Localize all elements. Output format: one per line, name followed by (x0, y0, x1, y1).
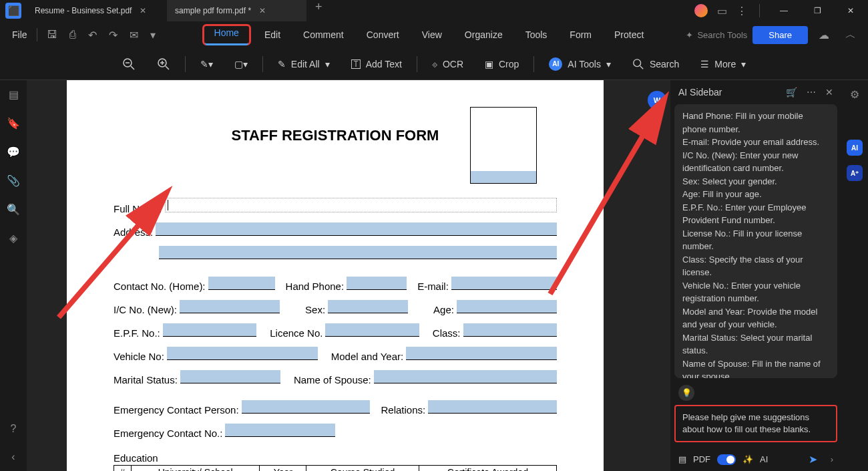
translate-icon[interactable]: A⁺ (847, 165, 863, 181)
label-sex: Sex: (305, 304, 325, 315)
redo-icon[interactable]: ↷ (103, 25, 123, 45)
age-field[interactable] (457, 300, 557, 313)
help-icon[interactable]: ? (11, 423, 17, 435)
new-tab-button[interactable]: + (307, 0, 331, 21)
file-menu[interactable]: File (7, 25, 33, 44)
hand-phone-field[interactable] (347, 277, 407, 290)
address-field-2[interactable] (159, 246, 557, 259)
chevron-up-icon[interactable]: ︿ (840, 24, 861, 46)
sex-field[interactable] (328, 300, 408, 313)
maximize-button[interactable]: ❐ (805, 0, 829, 21)
ai-tools-button[interactable]: AI AI Tools▾ (542, 53, 618, 75)
menu-tab-organize[interactable]: Organize (455, 24, 512, 45)
menu-tab-home[interactable]: Home (205, 22, 248, 45)
marital-field[interactable] (180, 370, 280, 383)
search-button[interactable]: Search (626, 54, 686, 74)
zoom-out-icon[interactable] (116, 53, 142, 75)
menu-tab-tools[interactable]: Tools (516, 24, 557, 45)
tab-resume[interactable]: Resume - Business Set.pdf ✕ (27, 0, 167, 21)
more-icon[interactable]: ⋯ (807, 87, 816, 98)
address-field-1[interactable] (156, 222, 557, 236)
relations-field[interactable] (428, 400, 557, 414)
edit-all-button[interactable]: ✎ Edit All▾ (271, 55, 337, 73)
mode-toggle[interactable] (717, 454, 736, 465)
search-tools[interactable]: ✦ Search Tools (686, 30, 747, 40)
model-year-field[interactable] (406, 347, 557, 360)
tabs: Resume - Business Set.pdf ✕ sample pdf f… (27, 0, 331, 21)
main: ▤ 🔖 💬 📎 🔍 ◈ ? ‹ STAFF REGISTRATION FORM … (0, 80, 868, 471)
bookmark-icon[interactable]: 🔖 (7, 117, 20, 130)
menu-tab-view[interactable]: View (413, 24, 451, 45)
photo-placeholder[interactable] (470, 107, 537, 184)
label-age: Age: (433, 304, 454, 315)
tab-sample-form[interactable]: sample pdf form.pdf * ✕ (167, 0, 307, 21)
close-icon[interactable]: ✕ (825, 87, 833, 98)
ocr-button[interactable]: ⟐ OCR (425, 55, 470, 73)
label-vehicle: Vehicle No: (114, 351, 164, 362)
chevron-left-icon[interactable]: ‹ (11, 451, 15, 463)
full-name-field[interactable] (165, 198, 557, 212)
menu-tab-form[interactable]: Form (560, 24, 601, 45)
vehicle-field[interactable] (167, 347, 318, 360)
close-icon[interactable]: ✕ (259, 6, 266, 15)
chevron-right-icon[interactable]: › (831, 454, 833, 464)
licence-field[interactable] (325, 323, 419, 337)
menu-tab-protect[interactable]: Protect (605, 24, 653, 45)
epf-field[interactable] (163, 323, 256, 337)
kebab-menu-icon[interactable]: ⋮ (736, 5, 747, 17)
emergency-person-field[interactable] (242, 400, 371, 414)
toolbar: ✎▾ ▢▾ ✎ Edit All▾ 🅃 Add Text ⟐ OCR ▣ Cro… (0, 48, 868, 80)
attachment-icon[interactable]: 📎 (7, 174, 20, 187)
word-icon[interactable]: W (648, 91, 666, 110)
menu-tab-comment[interactable]: Comment (294, 24, 353, 45)
menu-tab-convert[interactable]: Convert (357, 24, 409, 45)
cloud-icon[interactable]: ☁ (813, 25, 835, 45)
contact-home-field[interactable] (208, 277, 275, 290)
tab-label: sample pdf form.pdf * (175, 6, 251, 15)
ai-prompt-highlight[interactable]: Please help give me suggestions about ho… (674, 405, 837, 442)
chevron-down-icon[interactable]: ▾ (145, 25, 161, 45)
th-university: University/ School (132, 466, 260, 472)
message-icon[interactable]: ▭ (717, 5, 727, 17)
cart-icon[interactable]: 🛒 (786, 87, 797, 98)
share-button[interactable]: Share (752, 26, 808, 44)
svg-line-4 (166, 66, 169, 69)
spouse-field[interactable] (374, 370, 557, 383)
mail-icon[interactable]: ✉ (124, 25, 144, 45)
minimize-button[interactable]: — (772, 0, 796, 21)
layers-icon[interactable]: ◈ (9, 232, 17, 245)
search-icon[interactable]: 🔍 (7, 203, 20, 216)
settings-icon[interactable]: ⚙ (850, 88, 859, 101)
label-epf: E.P.F. No.: (114, 327, 160, 339)
class-field[interactable] (463, 323, 557, 337)
label-full-name: Full Name: (114, 203, 162, 214)
document-viewport[interactable]: STAFF REGISTRATION FORM Full Name: Addre… (27, 80, 644, 471)
search-tools-label: Search Tools (697, 30, 747, 40)
close-button[interactable]: ✕ (839, 0, 863, 21)
save-icon[interactable]: 🖫 (41, 25, 63, 45)
ic-no-field[interactable] (180, 300, 280, 313)
send-icon[interactable]: ➤ (809, 453, 817, 466)
email-field[interactable] (451, 277, 557, 290)
svg-line-8 (640, 65, 644, 69)
add-text-button[interactable]: 🅃 Add Text (345, 55, 409, 73)
comment-icon[interactable]: 💬 (7, 146, 20, 158)
zoom-in-icon[interactable] (150, 53, 177, 75)
print-icon[interactable]: ⎙ (64, 25, 81, 45)
bulb-icon[interactable]: 💡 (678, 385, 694, 401)
close-icon[interactable]: ✕ (140, 6, 146, 15)
emergency-no-field[interactable] (225, 424, 335, 437)
crop-button[interactable]: ▣ Crop (478, 55, 525, 73)
menubar: File 🖫 ⎙ ↶ ↷ ✉ ▾ Home Edit Comment Conve… (0, 21, 868, 48)
label-ic-no: I/C No. (New): (114, 304, 177, 315)
shape-icon[interactable]: ▢▾ (228, 55, 254, 73)
more-button[interactable]: ☰ More▾ (694, 55, 752, 73)
undo-icon[interactable]: ↶ (83, 25, 102, 45)
avatar[interactable] (694, 4, 708, 17)
thumbnails-icon[interactable]: ▤ (9, 88, 19, 101)
menu-tab-edit[interactable]: Edit (255, 24, 290, 45)
highlight-icon[interactable]: ✎▾ (194, 55, 220, 73)
label-emergency-no: Emergency Contact No.: (114, 428, 222, 439)
ai-panel-icon[interactable]: AI (847, 140, 863, 156)
app-icon[interactable]: ⬛ (5, 3, 21, 19)
